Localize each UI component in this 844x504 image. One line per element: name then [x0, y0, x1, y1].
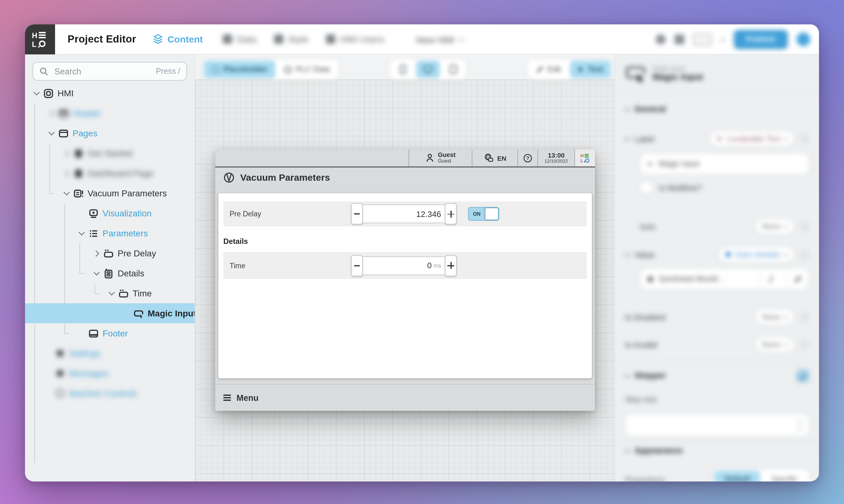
step-size-input[interactable] [625, 414, 809, 436]
preview-body: Pre Delay 12.346 ON Details T [215, 187, 595, 384]
label-binding-pill[interactable]: Localizable Text [709, 131, 795, 147]
toggle-knob [485, 208, 499, 220]
tree-item-hmi[interactable]: HMI [25, 83, 195, 103]
tree-item-get-started[interactable]: Get Started [25, 143, 195, 163]
publish-button[interactable]: Publish [734, 30, 788, 49]
user-avatar[interactable] [796, 32, 810, 46]
chevron-down-icon[interactable] [46, 128, 56, 138]
chevron-down-icon[interactable] [76, 228, 86, 238]
stepper-value-field[interactable]: 0ms [362, 256, 446, 275]
tree-item-parameters[interactable]: Parameters [25, 223, 195, 243]
binding-options-icon[interactable] [800, 340, 809, 349]
value-binding-pill[interactable]: Data Variable [718, 246, 795, 263]
data-source-toggle: Placeholder PLC Data [203, 59, 338, 79]
pre-delay-toggle[interactable]: ON [468, 207, 499, 221]
plc-data-option[interactable]: PLC Data [277, 61, 337, 78]
preview-menu-bar[interactable]: Menu [215, 384, 595, 411]
project-selector[interactable]: New HMI [416, 24, 464, 54]
chevron-down-icon[interactable] [31, 88, 41, 98]
minus-icon [354, 265, 360, 266]
chevron-right-icon[interactable] [61, 168, 71, 178]
label-value-field[interactable]: Magic Input [640, 153, 809, 175]
history-icon[interactable] [674, 34, 684, 44]
tree-item-details[interactable]: Details [25, 263, 195, 283]
tab-data[interactable]: Data [223, 34, 257, 44]
chevron-down-icon[interactable] [91, 268, 101, 278]
chevron-right-icon[interactable] [91, 248, 101, 258]
proportions-default-option[interactable]: Default [715, 471, 760, 482]
tree-item-pre-delay[interactable]: Pre Delay [25, 243, 195, 263]
search-icon [39, 67, 48, 76]
icon-binding-pill[interactable]: None [755, 218, 795, 234]
edit-mode-button[interactable]: Edit [529, 61, 568, 78]
tree-item-magic-input[interactable]: Magic Input [25, 303, 195, 323]
placeholder-option[interactable]: Placeholder [204, 61, 275, 78]
increment-button[interactable] [445, 255, 457, 276]
inspector-content: Magic Input Magic Input General Label Lo… [615, 54, 819, 482]
tree-item-messages[interactable]: Messages [25, 363, 195, 383]
menu-label: Menu [236, 393, 259, 402]
stepper-value-field[interactable]: 12.346 [362, 204, 446, 223]
search-input[interactable] [53, 66, 151, 77]
chevron-right-icon[interactable] [61, 148, 71, 158]
stepper-arrows-icon[interactable] [798, 421, 802, 430]
plus-icon [447, 262, 454, 269]
tab-hmi-users[interactable]: HMI Users [326, 34, 385, 44]
multiline-checkbox[interactable] [640, 181, 653, 194]
stepper-section-header[interactable]: Stepper [625, 371, 666, 380]
decrement-button[interactable] [351, 203, 363, 224]
help-cell[interactable]: ? [517, 149, 538, 166]
binding-options-icon[interactable] [800, 222, 809, 231]
tree-item-visualization[interactable]: Visualization [25, 203, 195, 223]
chevron-down-icon[interactable] [624, 250, 630, 257]
test-mode-button[interactable]: Test [570, 61, 611, 78]
invalid-binding-pill[interactable]: None [755, 337, 795, 353]
tree-item-vacuum-parameters[interactable]: Vacuum Parameters [25, 183, 195, 203]
desktop-device-button[interactable] [416, 61, 440, 78]
stepper-enabled-checkbox[interactable] [796, 370, 809, 382]
viewport-size-control[interactable] [693, 33, 712, 45]
language-cell[interactable]: EN [472, 149, 517, 166]
chevron-down-icon[interactable] [106, 288, 116, 298]
user-cell[interactable]: Guest Guest [408, 149, 472, 166]
tree-item-pages[interactable]: Pages [25, 123, 195, 143]
inspector-header: Magic Input Magic Input [625, 65, 703, 83]
component-type: Magic Input [653, 65, 703, 72]
footer-icon [88, 328, 99, 339]
tablet-device-button[interactable] [441, 61, 465, 78]
phone-device-button[interactable] [391, 61, 415, 78]
edit-variable-button[interactable] [759, 268, 782, 289]
data-icon [223, 34, 232, 44]
binding-options-icon[interactable] [800, 313, 809, 321]
tree-item-time[interactable]: Time [25, 283, 195, 303]
tab-content[interactable]: Content [152, 34, 203, 44]
tree-item-machine-controls[interactable]: Machine Controls [25, 383, 195, 403]
decrement-button[interactable] [351, 255, 363, 276]
undo-icon[interactable] [656, 34, 666, 44]
binding-options-icon[interactable] [800, 250, 809, 259]
chevron-down-icon[interactable] [61, 188, 71, 198]
tree-item-dashboard-page[interactable]: Dashboard Page [25, 163, 195, 183]
svg-text:?: ? [526, 156, 529, 161]
disabled-binding-pill[interactable]: None [755, 309, 795, 325]
language-code: EN [497, 154, 506, 162]
proportions-specific-option[interactable]: Specific [761, 471, 808, 482]
variable-path-field[interactable]: Quickstart.Mould… [640, 268, 809, 289]
chevron-down-icon[interactable] [720, 35, 726, 41]
search-box[interactable]: Press / [33, 62, 187, 81]
chevron-down-icon[interactable] [624, 135, 630, 141]
tree-item-footer[interactable]: Footer [25, 323, 195, 343]
appearance-section-header[interactable]: Appearance [625, 446, 683, 455]
hmi-preview[interactable]: Guest Guest EN ? 13:00 12/10/2022 [215, 149, 595, 411]
helio-logo[interactable]: H L [25, 24, 55, 54]
general-section-header[interactable]: General [625, 104, 666, 114]
edit-expression-button[interactable] [787, 268, 809, 289]
tree-item-settings[interactable]: Settings [25, 343, 195, 363]
editor-canvas[interactable]: Placeholder PLC Data Edit [195, 54, 614, 482]
binding-options-icon[interactable] [800, 134, 809, 143]
chevron-right-icon[interactable] [46, 108, 56, 118]
page-icon [73, 148, 84, 159]
increment-button[interactable] [445, 203, 457, 224]
tree-item-header[interactable]: Header [25, 103, 195, 123]
tab-style[interactable]: Style [274, 34, 309, 44]
